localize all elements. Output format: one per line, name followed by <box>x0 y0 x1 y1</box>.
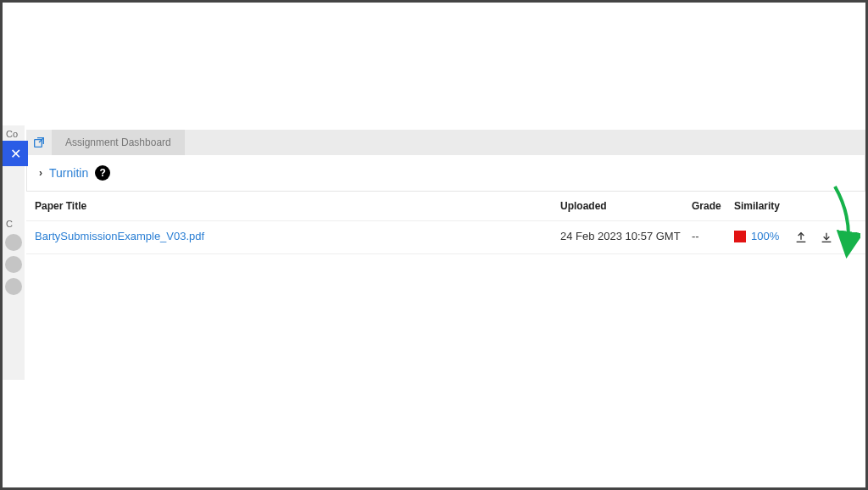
list-button[interactable] <box>844 230 860 245</box>
download-button[interactable] <box>819 230 834 245</box>
toolbar: Assignment Dashboard <box>26 130 865 155</box>
chevron-right-icon: › <box>39 167 42 179</box>
similarity-color-box <box>734 231 746 242</box>
breadcrumb-link-turnitin[interactable]: Turnitin <box>49 166 88 180</box>
header-paper-title: Paper Title <box>35 200 560 212</box>
tab-label: Assignment Dashboard <box>65 136 171 148</box>
header-similarity: Similarity <box>734 200 793 212</box>
paper-title-link[interactable]: BartySubmissionExample_V03.pdf <box>35 230 204 242</box>
download-icon <box>820 231 833 244</box>
bg-avatar <box>5 256 22 273</box>
tab-assignment-dashboard[interactable]: Assignment Dashboard <box>52 130 185 155</box>
close-button[interactable]: ✕ <box>3 141 28 166</box>
breadcrumb: › Turnitin ? <box>26 155 865 192</box>
popout-button[interactable] <box>26 130 52 155</box>
header-grade: Grade <box>692 200 734 212</box>
grade-cell: -- <box>692 230 734 245</box>
bg-text: C <box>6 219 21 229</box>
table-row: BartySubmissionExample_V03.pdf 24 Feb 20… <box>26 221 865 254</box>
table-header: Paper Title Uploaded Grade Similarity <box>26 192 865 221</box>
close-icon: ✕ <box>10 146 21 162</box>
upload-button[interactable] <box>793 230 809 245</box>
upload-icon <box>794 231 808 244</box>
bg-avatar <box>5 234 22 251</box>
help-icon: ? <box>100 167 106 179</box>
main-panel: Assignment Dashboard › Turnitin ? Paper … <box>26 130 865 487</box>
bg-text: Co <box>6 129 21 139</box>
list-icon <box>845 231 859 244</box>
header-actions <box>793 200 857 212</box>
help-button[interactable]: ? <box>95 165 110 181</box>
uploaded-cell: 24 Feb 2023 10:57 GMT <box>560 230 692 245</box>
header-uploaded: Uploaded <box>560 200 692 212</box>
popout-icon <box>32 136 46 149</box>
bg-avatar <box>5 278 22 295</box>
submissions-table: Paper Title Uploaded Grade Similarity Ba… <box>26 192 865 254</box>
similarity-percent-link[interactable]: 100% <box>751 230 779 242</box>
similarity-cell: 100% <box>734 230 793 242</box>
